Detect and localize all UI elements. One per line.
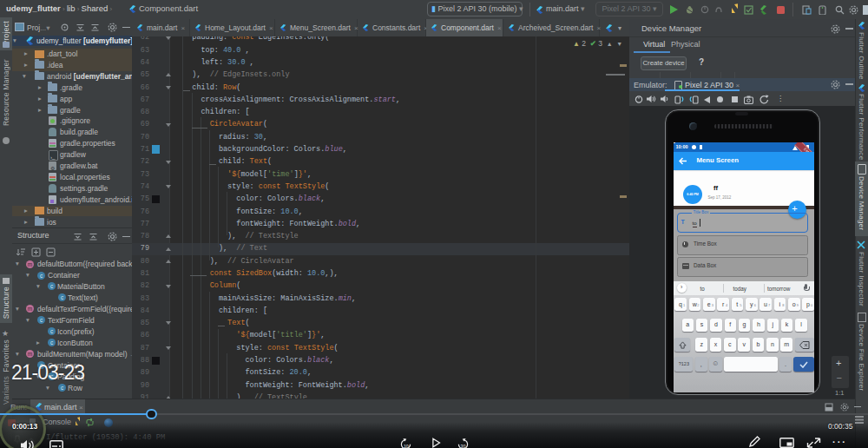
svg-text:10: 10 — [404, 444, 409, 448]
svg-text:30: 30 — [461, 444, 466, 448]
